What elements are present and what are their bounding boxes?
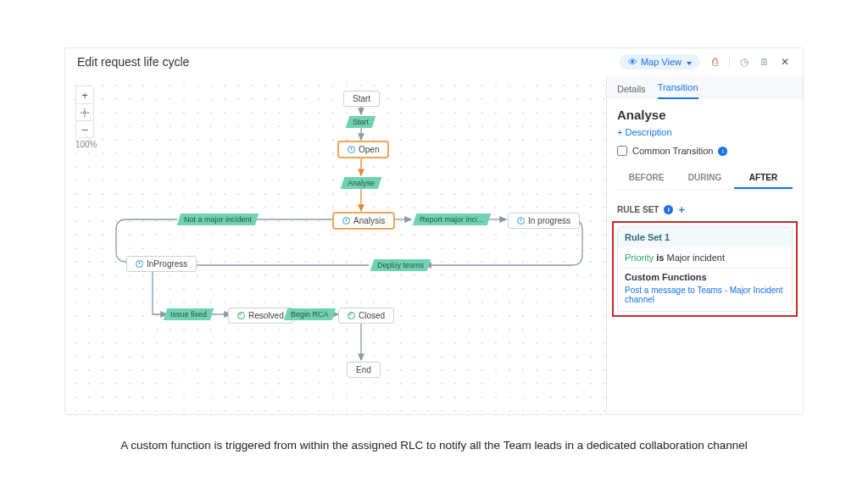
custom-functions-header: Custom Functions	[618, 268, 792, 284]
pdf-icon[interactable]	[709, 56, 721, 68]
clock-icon	[348, 146, 355, 153]
panel-tabs: Details Transition	[607, 75, 803, 99]
node-resolved[interactable]: Resolved	[228, 308, 293, 324]
custom-function-link[interactable]: Post a message to Teams - Major Incident…	[618, 284, 792, 311]
header-bar: Edit request life cycle Map View	[65, 48, 803, 75]
common-transition-label: Common Transition	[632, 146, 713, 156]
transition-not-major[interactable]: Not a major incident	[177, 214, 259, 225]
common-transition-row[interactable]: Common Transition i	[617, 146, 793, 156]
header-actions	[709, 56, 791, 68]
add-description-link[interactable]: + Description	[617, 127, 793, 137]
node-closed[interactable]: Closed	[338, 308, 394, 324]
eye-icon	[628, 57, 637, 67]
common-transition-checkbox[interactable]	[617, 146, 627, 156]
add-ruleset-button[interactable]: +	[678, 203, 685, 216]
tab-details[interactable]: Details	[617, 79, 646, 99]
zoom-out-button[interactable]: –	[76, 120, 93, 137]
clock-icon	[342, 217, 350, 225]
info-icon[interactable]: i	[664, 205, 673, 214]
mapview-dropdown[interactable]: Map View	[620, 54, 700, 69]
clock-icon	[136, 260, 143, 268]
timing-tabs: BEFORE DURING AFTER	[617, 168, 793, 190]
node-open[interactable]: Open	[338, 141, 388, 158]
panel-title: Analyse	[617, 108, 793, 122]
zoom-in-button[interactable]: +	[76, 86, 93, 103]
ruleset-header: RULE SET i +	[607, 195, 803, 221]
workflow-edges	[65, 75, 606, 414]
transition-report-major[interactable]: Report major inci...	[413, 214, 491, 225]
node-start[interactable]: Start	[343, 91, 380, 107]
clock-icon	[517, 217, 525, 225]
figure-caption: A custom function is triggered from with…	[64, 415, 804, 452]
timing-before[interactable]: BEFORE	[617, 168, 676, 189]
chevron-down-icon	[685, 57, 692, 67]
zoom-controls: + –	[75, 86, 94, 138]
zoom-reset-button[interactable]	[76, 103, 93, 120]
ruleset-condition: Priority is Major incident	[618, 247, 792, 268]
tab-transition[interactable]: Transition	[658, 77, 698, 99]
mapview-label: Map View	[641, 57, 682, 67]
right-panel: Details Transition Analyse + Description…	[606, 75, 803, 414]
check-icon	[348, 312, 355, 319]
transition-start[interactable]: Start	[346, 116, 376, 128]
svg-point-0	[84, 111, 86, 114]
separator	[729, 56, 730, 68]
ruleset-card[interactable]: Rule Set 1 Priority is Major incident Cu…	[617, 226, 793, 312]
ruleset-highlight-box: Rule Set 1 Priority is Major incident Cu…	[612, 221, 798, 317]
page-title: Edit request life cycle	[77, 55, 189, 69]
node-in-progress-right[interactable]: In progress	[508, 213, 580, 229]
node-analysis[interactable]: Analysis	[333, 213, 394, 229]
check-icon	[237, 312, 245, 319]
app-window: Edit request life cycle Map View	[64, 47, 804, 415]
transition-deploy-teams[interactable]: Deploy teams	[370, 259, 431, 271]
close-icon[interactable]	[779, 56, 791, 68]
node-in-progress-left[interactable]: InProgress	[126, 256, 197, 272]
workflow-canvas[interactable]: + – 100%	[65, 75, 606, 414]
node-end[interactable]: End	[347, 362, 381, 378]
history-icon[interactable]	[738, 56, 750, 68]
info-icon[interactable]: i	[718, 147, 727, 156]
transition-analyse[interactable]: Analyse	[341, 177, 382, 189]
transition-begin-rca[interactable]: Begin RCA	[284, 308, 336, 320]
ruleset-title: Rule Set 1	[618, 227, 792, 247]
timing-during[interactable]: DURING	[676, 168, 734, 189]
timing-after[interactable]: AFTER	[734, 168, 793, 189]
transition-issue-fixed[interactable]: Issue fixed	[164, 308, 214, 320]
document-icon[interactable]	[759, 56, 771, 68]
